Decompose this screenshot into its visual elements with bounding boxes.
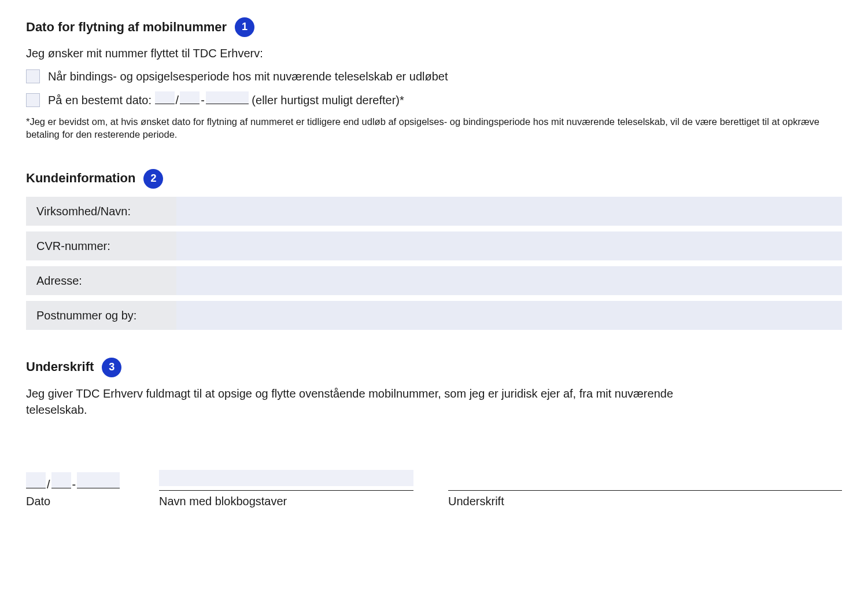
section-title: Kundeinformation <box>26 170 135 187</box>
input-address[interactable] <box>176 266 842 295</box>
dash-separator: - <box>201 92 205 108</box>
checkbox-specific-date[interactable] <box>26 93 40 107</box>
caption-date: Dato <box>26 493 124 509</box>
signature-date-fields: / - <box>26 472 124 490</box>
section-header: Underskrift 3 <box>26 358 842 377</box>
signature-name-field-row <box>159 470 413 487</box>
label-address: Adresse: <box>26 266 176 295</box>
signature-name-line <box>159 490 413 491</box>
caption-name: Navn med blokbogstaver <box>159 493 413 509</box>
field-row-postal: Postnummer og by: <box>26 301 842 330</box>
footnote-text: *Jeg er bevidst om, at hvis ønsket dato … <box>26 115 842 141</box>
option-date-label: På en bestemt dato: / - (eller hurtigst … <box>48 91 404 108</box>
slash-separator: / <box>176 92 179 108</box>
sig-name-field[interactable] <box>159 470 413 486</box>
section-header: Dato for flytning af mobilnummer 1 <box>26 17 842 37</box>
input-cvr[interactable] <box>176 231 842 260</box>
sig-date-day[interactable] <box>26 472 46 488</box>
label-company: Virksomhed/Navn: <box>26 197 176 226</box>
signature-sign-column: Underskrift <box>448 470 842 509</box>
date-year-field[interactable] <box>206 91 249 104</box>
step-badge-2: 2 <box>143 169 163 189</box>
date-month-field[interactable] <box>180 91 200 104</box>
step-badge-3: 3 <box>102 358 121 377</box>
option-expiry-row: Når bindings- og opsigelsesperiode hos m… <box>26 68 842 84</box>
section-signature: Underskrift 3 Jeg giver TDC Erhverv fuld… <box>26 358 842 509</box>
option-date-row: På en bestemt dato: / - (eller hurtigst … <box>26 91 842 108</box>
section-customer-info: Kundeinformation 2 Virksomhed/Navn: CVR-… <box>26 169 842 330</box>
signature-date-column: / - Dato <box>26 472 124 509</box>
section-date: Dato for flytning af mobilnummer 1 Jeg ø… <box>26 17 842 141</box>
signature-name-column: Navn med blokbogstaver <box>159 470 413 509</box>
signature-sign-line[interactable] <box>448 490 842 491</box>
option-date-prefix: På en bestemt dato: <box>48 94 155 106</box>
signature-declaration: Jeg giver TDC Erhverv fuldmagt til at op… <box>26 385 697 418</box>
section-title: Underskrift <box>26 358 94 376</box>
caption-sign: Underskrift <box>448 493 842 509</box>
signature-row: / - Dato Navn med blokbogstaver Underskr… <box>26 470 842 509</box>
option-date-suffix: (eller hurtigst muligt derefter)* <box>252 94 404 106</box>
input-postal[interactable] <box>176 301 842 330</box>
inline-date-input: / - <box>155 91 249 108</box>
field-row-company: Virksomhed/Navn: <box>26 197 842 226</box>
checkbox-expiry[interactable] <box>26 69 40 83</box>
option-expiry-label: Når bindings- og opsigelsesperiode hos m… <box>48 68 448 84</box>
field-row-address: Adresse: <box>26 266 842 295</box>
slash-separator: / <box>47 476 50 492</box>
dash-separator: - <box>72 476 76 492</box>
field-row-cvr: CVR-nummer: <box>26 231 842 260</box>
sig-date-year[interactable] <box>77 472 120 488</box>
step-badge-1: 1 <box>235 17 254 37</box>
section-header: Kundeinformation 2 <box>26 169 842 189</box>
sig-date-month[interactable] <box>51 472 71 488</box>
label-postal: Postnummer og by: <box>26 301 176 330</box>
date-day-field[interactable] <box>155 91 175 104</box>
intro-text: Jeg ønsker mit nummer flyttet til TDC Er… <box>26 45 842 61</box>
section-title: Dato for flytning af mobilnummer <box>26 19 227 36</box>
label-cvr: CVR-nummer: <box>26 231 176 260</box>
input-company[interactable] <box>176 197 842 226</box>
